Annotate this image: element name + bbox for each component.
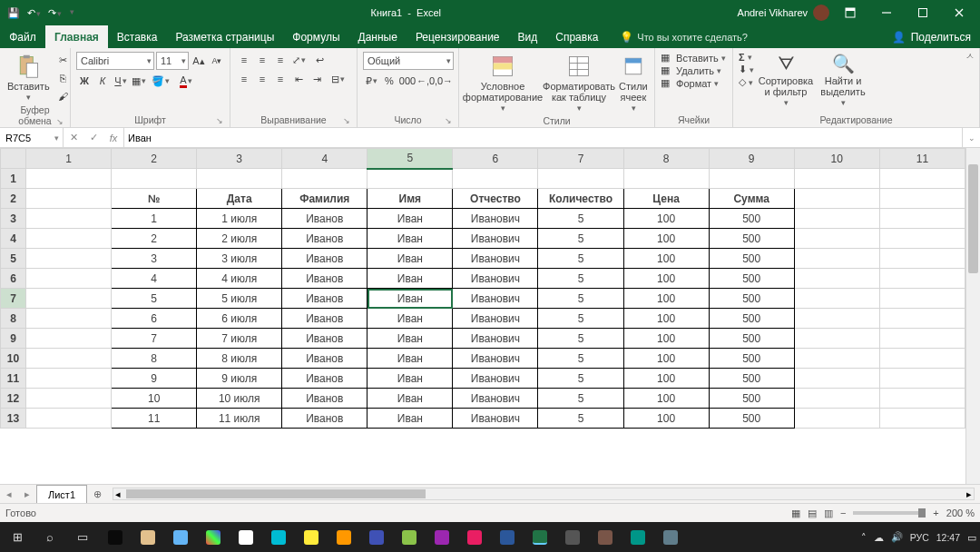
cell[interactable]: 500 — [709, 369, 794, 389]
cell[interactable]: 100 — [623, 329, 709, 349]
cell[interactable]: 500 — [709, 409, 794, 429]
cell[interactable] — [26, 269, 112, 289]
row-header[interactable]: 11 — [1, 369, 26, 389]
cell[interactable]: 500 — [709, 309, 794, 329]
cell[interactable]: 5 — [538, 249, 623, 269]
cell[interactable]: Иванович — [453, 229, 538, 249]
cell[interactable]: 500 — [709, 349, 794, 369]
cell[interactable] — [879, 269, 965, 289]
orientation-icon[interactable]: ⤢▾ — [290, 52, 307, 68]
underline-button[interactable]: Ч▾ — [113, 73, 129, 89]
tell-me-input[interactable] — [637, 32, 773, 43]
cell[interactable]: Иванов — [282, 329, 368, 349]
col-header[interactable]: 10 — [794, 149, 879, 169]
taskbar-app[interactable] — [102, 526, 129, 549]
align-right-icon[interactable]: ≡ — [272, 71, 289, 87]
cell[interactable] — [794, 249, 879, 269]
close-icon[interactable] — [944, 0, 975, 25]
col-header[interactable]: 5 — [368, 149, 453, 169]
cell[interactable] — [794, 209, 879, 229]
cell[interactable]: Иванов — [282, 229, 368, 249]
row-header[interactable]: 5 — [1, 249, 26, 269]
cell[interactable]: Иван — [368, 389, 453, 409]
cell[interactable]: 500 — [709, 229, 794, 249]
cell[interactable]: Иванов — [282, 349, 368, 369]
spreadsheet-grid[interactable]: 123456789101112№ДатаФамилияИмяОтчествоКо… — [0, 148, 965, 429]
font-name-combo[interactable]: Calibri — [76, 52, 154, 70]
name-box[interactable]: R7C5 — [0, 128, 64, 147]
cell[interactable]: 4 — [112, 269, 197, 289]
taskbar-app[interactable] — [134, 526, 162, 549]
cell[interactable] — [26, 349, 112, 369]
taskbar-app[interactable] — [428, 526, 456, 549]
col-header[interactable]: 4 — [282, 149, 368, 169]
cell[interactable] — [623, 169, 709, 189]
align-middle-icon[interactable]: ≡ — [254, 52, 270, 68]
cell[interactable] — [879, 389, 965, 409]
cell[interactable] — [26, 289, 112, 309]
row-header[interactable]: 6 — [1, 269, 26, 289]
cell[interactable]: 5 — [538, 389, 623, 409]
cell[interactable] — [26, 409, 112, 429]
cell[interactable] — [794, 189, 879, 209]
taskbar-app[interactable] — [363, 526, 390, 549]
cell[interactable] — [879, 309, 965, 329]
zoom-in-icon[interactable]: + — [933, 508, 938, 518]
cell[interactable]: № — [112, 189, 197, 209]
decrease-decimal-icon[interactable]: ,0→ — [436, 73, 452, 89]
cell[interactable]: Количество — [538, 189, 623, 209]
save-icon[interactable]: 💾 — [7, 7, 20, 19]
cell[interactable]: 10 — [112, 389, 197, 409]
cell[interactable]: 500 — [709, 389, 794, 409]
cell[interactable] — [794, 269, 879, 289]
cell[interactable]: 2 июля — [197, 229, 282, 249]
cell[interactable]: 6 — [112, 309, 197, 329]
align-left-icon[interactable]: ≡ — [236, 71, 252, 87]
cell[interactable]: Иванович — [453, 389, 538, 409]
font-launcher-icon[interactable]: ↘ — [215, 116, 224, 125]
row-header[interactable]: 9 — [1, 329, 26, 349]
cell[interactable]: 100 — [623, 409, 709, 429]
avatar[interactable] — [813, 5, 829, 21]
shrink-font-icon[interactable]: A▾ — [209, 53, 225, 69]
cell[interactable]: 3 июля — [197, 249, 282, 269]
tray-chevron-icon[interactable]: ˄ — [861, 532, 867, 543]
cell[interactable]: Отчество — [453, 189, 538, 209]
cell[interactable]: Иван — [368, 349, 453, 369]
col-header[interactable]: 11 — [879, 149, 965, 169]
cell[interactable]: 100 — [623, 269, 709, 289]
cell[interactable] — [794, 389, 879, 409]
minimize-icon[interactable] — [871, 0, 902, 25]
cell[interactable]: 5 — [538, 329, 623, 349]
cell[interactable] — [879, 289, 965, 309]
cell[interactable]: Иван — [368, 369, 453, 389]
cell[interactable]: Иванович — [453, 289, 538, 309]
cell[interactable] — [709, 169, 794, 189]
cell[interactable]: 5 — [538, 309, 623, 329]
cell[interactable] — [879, 369, 965, 389]
cell[interactable]: Иванов — [282, 369, 368, 389]
cell[interactable] — [879, 209, 965, 229]
taskbar-app[interactable] — [624, 526, 652, 549]
cell[interactable]: 5 — [538, 289, 623, 309]
tab-Формулы[interactable]: Формулы — [283, 25, 348, 48]
font-size-combo[interactable]: 11 — [156, 52, 189, 70]
cell[interactable]: 9 — [112, 369, 197, 389]
find-select-button[interactable]: 🔍Найти и выделить▾ — [818, 52, 868, 110]
indent-increase-icon[interactable]: ⇥ — [309, 71, 325, 87]
expand-formula-bar-icon[interactable]: ⌄ — [962, 128, 980, 147]
cell[interactable]: 4 июля — [197, 269, 282, 289]
cell[interactable]: 100 — [623, 369, 709, 389]
col-header[interactable]: 7 — [538, 149, 623, 169]
cell[interactable] — [26, 169, 112, 189]
cell[interactable]: 100 — [623, 289, 709, 309]
cell[interactable]: Иванов — [282, 409, 368, 429]
cell[interactable]: 7 июля — [197, 329, 282, 349]
taskbar-app[interactable] — [265, 526, 292, 549]
sheet-nav-prev-icon[interactable]: ◂ — [6, 488, 12, 500]
add-sheet-icon[interactable]: ⊕ — [87, 488, 107, 500]
share-button[interactable]: Поделиться — [911, 31, 971, 44]
cell[interactable]: Сумма — [709, 189, 794, 209]
cell[interactable] — [26, 249, 112, 269]
maximize-icon[interactable] — [907, 0, 938, 25]
